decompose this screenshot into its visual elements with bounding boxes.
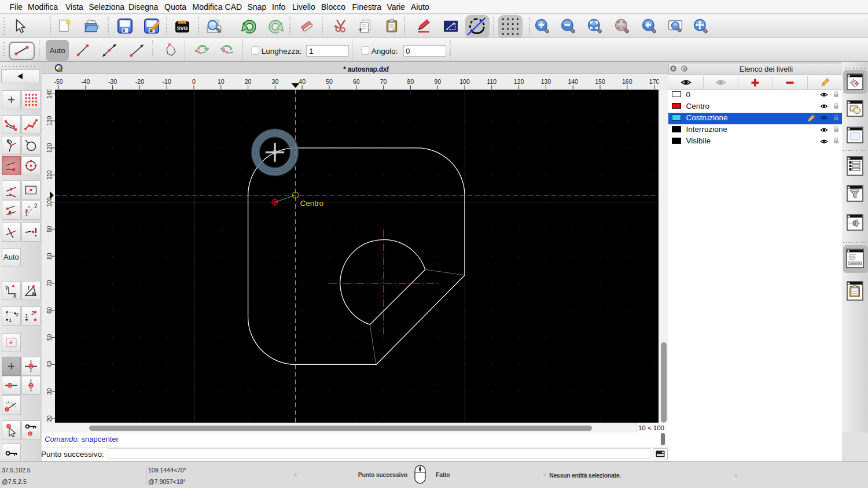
svg-text:-40: -40 xyxy=(81,78,90,85)
svg-text:0: 0 xyxy=(192,78,196,85)
svg-text:160: 160 xyxy=(622,78,632,85)
svg-text:90: 90 xyxy=(46,225,53,232)
svg-text:50: 50 xyxy=(46,334,53,341)
svg-text:-20: -20 xyxy=(135,78,144,85)
svg-text:-10: -10 xyxy=(163,78,171,85)
svg-text:a: a xyxy=(32,289,35,295)
svg-text:140: 140 xyxy=(568,78,578,85)
svg-text:80: 80 xyxy=(46,253,53,260)
svg-text:r: r xyxy=(28,284,30,291)
svg-text:130: 130 xyxy=(46,116,53,125)
svg-text:20: 20 xyxy=(245,78,252,85)
svg-text:2: 2 xyxy=(34,203,38,209)
svg-text:2: 2 xyxy=(16,311,19,317)
svg-text:120: 120 xyxy=(514,78,524,85)
svg-text:2: 2 xyxy=(31,309,34,316)
svg-text:SVG: SVG xyxy=(176,25,187,31)
svg-text:110: 110 xyxy=(46,170,53,179)
svg-text:-50: -50 xyxy=(54,78,62,85)
svg-text:70: 70 xyxy=(46,280,53,287)
svg-text:110: 110 xyxy=(487,78,496,85)
svg-text:20: 20 xyxy=(46,415,53,422)
svg-text:command: command xyxy=(849,262,860,265)
svg-text:x: x xyxy=(13,292,17,298)
svg-text:80: 80 xyxy=(407,78,414,85)
svg-text:30: 30 xyxy=(46,388,53,395)
svg-text:120: 120 xyxy=(46,143,53,153)
svg-text:1: 1 xyxy=(9,317,12,323)
svg-text:y: y xyxy=(5,283,9,290)
svg-text:100: 100 xyxy=(46,197,53,207)
svg-text:50: 50 xyxy=(326,78,333,85)
svg-text:40: 40 xyxy=(46,361,53,368)
svg-text:130: 130 xyxy=(541,78,551,85)
svg-text:10: 10 xyxy=(218,78,225,85)
svg-text:1: 1 xyxy=(25,312,28,319)
svg-text:140: 140 xyxy=(46,90,53,99)
svg-text:70: 70 xyxy=(380,78,387,85)
svg-text:60: 60 xyxy=(353,78,360,85)
svg-text:90: 90 xyxy=(434,78,441,85)
svg-text:Centro: Centro xyxy=(300,199,324,208)
svg-text:1: 1 xyxy=(25,211,28,217)
svg-text:150: 150 xyxy=(595,78,605,85)
svg-text:40: 40 xyxy=(299,78,306,85)
svg-text:-30: -30 xyxy=(108,78,117,85)
svg-text:30: 30 xyxy=(272,78,279,85)
svg-text:170: 170 xyxy=(649,78,660,85)
svg-text:60: 60 xyxy=(46,307,53,314)
svg-text:100: 100 xyxy=(459,78,470,85)
